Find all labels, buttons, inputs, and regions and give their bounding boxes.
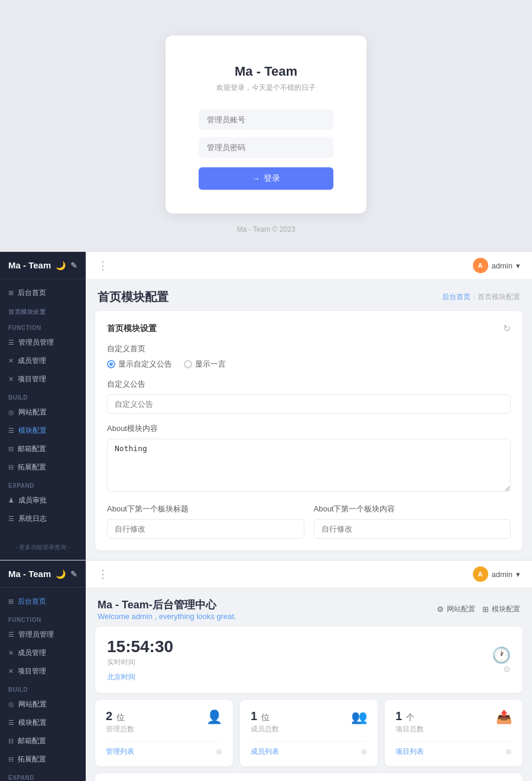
stat-card-member-top: 1 位 成员总数 👥: [251, 709, 367, 734]
radio-show-custom[interactable]: 显示自定义公告: [107, 359, 172, 370]
grid-icon: ☰: [8, 427, 14, 435]
sidebar-1: Ma - Team 🌙 ✎ ⊞ 后台首页 首页模块设置 FUNCTION ☰ 管…: [0, 252, 86, 560]
about-content-textarea[interactable]: Nothing: [107, 439, 511, 492]
site-config-btn[interactable]: ⚙ 网站配置: [437, 604, 475, 614]
stat-member-settings-icon[interactable]: ⚙: [361, 748, 367, 756]
topbar-dots-1[interactable]: ⋮: [98, 259, 108, 272]
sidebar-nav-1: ⊞ 后台首页 首页模块设置 FUNCTION ☰ 管理员管理 ✕ 成员管理 ✕ …: [0, 279, 86, 539]
close-icon-4: ✕: [8, 667, 14, 675]
sidebar-item-mail-config-2[interactable]: ⊟ 邮箱配置: [0, 732, 86, 750]
stat-cards: 2 位 管理总数 👤 管理列表 ⚙ 1: [95, 700, 523, 766]
sidebar-item-member-mgmt-2[interactable]: ✕ 成员管理: [0, 644, 86, 662]
time-settings-icon[interactable]: ⚙: [503, 665, 511, 674]
login-arrow-icon: →: [252, 174, 260, 183]
dashboard-subtitle: Welcome admin , everything looks great.: [98, 612, 236, 621]
about-next-content-input[interactable]: [314, 519, 511, 539]
login-title: Ma - Team: [199, 64, 333, 79]
mail-icon-2: ⊟: [8, 737, 14, 745]
stat-admin-unit: 位: [116, 712, 125, 722]
time-link[interactable]: 北京时间: [107, 672, 173, 682]
time-info: 15:54:30 实时时间 北京时间: [107, 637, 173, 682]
dashboard-title: Ma - Team-后台管理中心: [98, 598, 236, 612]
sidebar-label-expand-2: EXPAND: [0, 769, 86, 781]
stat-project-name: 项目总数: [395, 724, 424, 734]
stat-project-settings-icon[interactable]: ⚙: [505, 748, 512, 756]
stat-member-footer: 成员列表 ⚙: [251, 741, 367, 757]
stat-admin-footer: 管理列表 ⚙: [106, 741, 222, 757]
radio-dot-2: [184, 360, 192, 368]
sidebar-item-module-config-2[interactable]: ☰ 模块配置: [0, 714, 86, 732]
radio-group-1: 显示自定义公告 显示一言: [107, 359, 511, 370]
module-config-card: 首页模块设置 ↻ 自定义首页 显示自定义公告 显示一言 自定义公告: [95, 311, 523, 550]
moon-icon[interactable]: 🌙: [56, 261, 66, 270]
sidebar-item-admin-mgmt-2[interactable]: ☰ 管理员管理: [0, 626, 86, 644]
sidebar-item-home[interactable]: ⊞ 后台首页: [0, 284, 86, 302]
sidebar-item-module-config[interactable]: ☰ 模块配置: [0, 422, 86, 440]
sidebar-item-project-mgmt-2[interactable]: ✕ 项目管理: [0, 662, 86, 680]
edit-icon-2[interactable]: ✎: [70, 569, 77, 579]
time-label: 实时时间: [107, 657, 173, 667]
sidebar-item-ext-config[interactable]: ⊟ 拓展配置: [0, 458, 86, 477]
sidebar-item-site-config-2[interactable]: ◎ 网站配置: [0, 695, 86, 714]
login-footer: Ma - Team © 2023: [237, 225, 296, 234]
chevron-down-icon-1: ▾: [516, 261, 520, 270]
edit-icon[interactable]: ✎: [70, 261, 77, 270]
stat-card-project-top: 1 个 项目总数 📤: [395, 709, 512, 734]
topbar-dots-2[interactable]: ⋮: [98, 568, 108, 581]
sidebar-label-expand-1: EXPAND: [0, 477, 86, 491]
card-title-1: 首页模块设置: [107, 323, 157, 334]
login-button[interactable]: → 登录: [199, 167, 333, 190]
radio-dot-1: [107, 360, 115, 368]
radio-show-yiyan[interactable]: 显示一言: [184, 359, 226, 370]
circle-icon: ◎: [8, 409, 14, 416]
close-icon-1: ✕: [8, 357, 14, 365]
sidebar-item-member-review[interactable]: ♟ 成员审批: [0, 491, 86, 510]
moon-icon-2[interactable]: 🌙: [56, 569, 66, 579]
about-content-section: About模块内容 Nothing: [107, 423, 511, 494]
sidebar-item-mail-config[interactable]: ⊟ 邮箱配置: [0, 440, 86, 458]
sidebar-brand-icons: 🌙 ✎: [56, 261, 77, 270]
list-icon: ☰: [8, 339, 14, 346]
sidebar-item-admin-mgmt[interactable]: ☰ 管理员管理: [0, 333, 86, 352]
close-icon-2: ✕: [8, 375, 14, 383]
about-next-title-input[interactable]: [107, 519, 304, 539]
close-icon-3: ✕: [8, 649, 14, 657]
member-list-link[interactable]: 成员列表: [251, 747, 279, 757]
topbar-user-2[interactable]: A admin ▾: [473, 566, 520, 582]
sidebar-2: Ma - Team 🌙 ✎ ⊞ 后台首页 FUNCTION ☰ 管理员管理 ✕ …: [0, 560, 86, 781]
page-title-1: 首页模块配置: [98, 289, 168, 305]
dashboard-title-group: Ma - Team-后台管理中心 Welcome admin , everyth…: [98, 598, 236, 621]
stat-admin-value: 2: [106, 709, 112, 722]
module-icon: ⊞: [482, 605, 489, 614]
stat-project-unit: 个: [406, 712, 414, 722]
login-section: Ma - Team 欢迎登录，今天是个不错的日子 → 登录 Ma - Team …: [0, 0, 532, 251]
password-input[interactable]: [199, 137, 333, 158]
stat-member-info: 1 位 成员总数: [251, 709, 279, 734]
sidebar-label-build-2: BUILD: [0, 680, 86, 695]
admin-panel-2: Ma - Team 🌙 ✎ ⊞ 后台首页 FUNCTION ☰ 管理员管理 ✕ …: [0, 560, 532, 781]
sidebar-item-ext-config-2[interactable]: ⊟ 拓展配置: [0, 750, 86, 769]
stat-project-value: 1: [395, 709, 402, 722]
stat-admin-settings-icon[interactable]: ⚙: [216, 748, 222, 756]
dashboard-actions: ⚙ 网站配置 ⊞ 模块配置: [437, 604, 520, 614]
time-card-right: 🕐 ⚙: [492, 646, 511, 674]
sidebar-item-syslog[interactable]: ☰ 系统日志: [0, 510, 86, 528]
custom-notice-input[interactable]: [107, 394, 511, 414]
sidebar-item-home-2[interactable]: ⊞ 后台首页: [0, 592, 86, 611]
refresh-icon-1[interactable]: ↻: [503, 323, 511, 334]
login-subtitle: 欢迎登录，今天是个不错的日子: [199, 83, 333, 93]
breadcrumb-home-link[interactable]: 后台首页: [442, 292, 471, 302]
grid-icon-2: ☰: [8, 719, 14, 727]
module-config-btn[interactable]: ⊞ 模块配置: [482, 604, 520, 614]
admin-list-link[interactable]: 管理列表: [106, 747, 134, 757]
project-list-link[interactable]: 项目列表: [395, 747, 424, 757]
sidebar-more-link-1[interactable]: - 更多功能登录查询 -: [0, 539, 86, 560]
main-content-1: ⋮ A admin ▾ 首页模块配置 后台首页 › 首页模块配置 首页模块设置 …: [86, 252, 532, 560]
sidebar-item-site-config[interactable]: ◎ 网站配置: [0, 403, 86, 422]
stat-card-admin: 2 位 管理总数 👤 管理列表 ⚙: [95, 700, 233, 766]
username-input[interactable]: [199, 109, 333, 130]
about-next-title-col: About下第一个板块标题: [107, 504, 304, 539]
topbar-user-1[interactable]: A admin ▾: [473, 258, 520, 273]
sidebar-item-project-mgmt[interactable]: ✕ 项目管理: [0, 370, 86, 388]
sidebar-item-member-mgmt[interactable]: ✕ 成员管理: [0, 352, 86, 370]
